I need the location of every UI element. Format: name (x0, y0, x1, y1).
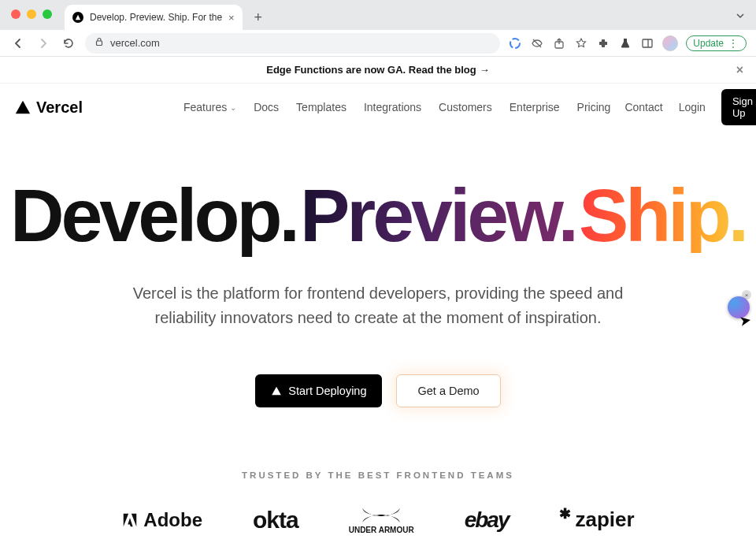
google-icon[interactable] (508, 36, 522, 50)
svg-marker-7 (272, 387, 282, 396)
hero-cta-row: Start Deploying Get a Demo (24, 374, 732, 407)
tab-title: Develop. Preview. Ship. For the (90, 12, 222, 23)
start-deploying-button[interactable]: Start Deploying (255, 374, 382, 407)
trusted-section: TRUSTED BY THE BEST FRONTEND TEAMS Adobe… (24, 470, 732, 554)
logo-text: Vercel (36, 99, 83, 117)
trusted-label: TRUSTED BY THE BEST FRONTEND TEAMS (24, 470, 732, 480)
extensions-icon[interactable] (596, 36, 610, 50)
svg-marker-0 (76, 15, 80, 20)
brand-label: Adobe (143, 509, 202, 531)
url-text: vercel.com (110, 37, 160, 49)
nav-integrations[interactable]: Integrations (364, 101, 421, 113)
nav-login[interactable]: Login (679, 101, 706, 113)
close-window-icon[interactable] (11, 9, 20, 19)
reload-button[interactable] (60, 35, 77, 52)
brand-ebay: ebay (465, 508, 509, 533)
address-bar[interactable]: vercel.com (85, 33, 500, 54)
eye-off-icon[interactable] (530, 36, 544, 50)
announcement-bar[interactable]: Edge Functions are now GA. Read the blog… (0, 57, 756, 84)
site-header: Vercel Features ⌄ Docs Templates Integra… (0, 84, 756, 131)
flask-icon[interactable] (618, 36, 632, 50)
brand-label: zapier (576, 508, 635, 532)
get-demo-button[interactable]: Get a Demo (396, 374, 500, 407)
hero-word-ship: Ship. (579, 178, 746, 253)
header-right: Contact Login Sign Up (624, 89, 756, 125)
panel-icon[interactable] (640, 36, 654, 50)
brand-under-armour: UNDER ARMOUR (349, 505, 414, 534)
brand-adobe: Adobe (121, 509, 202, 531)
favicon-icon (72, 12, 83, 23)
minimize-window-icon[interactable] (27, 9, 36, 19)
nav-contact[interactable]: Contact (624, 101, 662, 113)
forward-button[interactable] (35, 35, 52, 52)
browser-toolbar: vercel.com Update ⋮ (0, 30, 756, 57)
vercel-triangle-icon (14, 99, 32, 116)
brand-label: UNDER ARMOUR (349, 526, 414, 534)
adobe-icon (121, 511, 139, 529)
nav-features[interactable]: Features ⌄ (183, 101, 236, 113)
hero-word-preview: Preview. (300, 178, 576, 253)
announcement-text: Edge Functions are now GA. Read the blog (266, 64, 476, 76)
nav-customers[interactable]: Customers (439, 101, 492, 113)
main-nav: Features ⌄ Docs Templates Integrations C… (183, 101, 610, 113)
browser-tab-strip: Develop. Preview. Ship. For the × + (0, 0, 756, 30)
maximize-window-icon[interactable] (43, 9, 52, 19)
hero-subtitle: Vercel is the platform for frontend deve… (126, 281, 630, 330)
new-tab-button[interactable]: + (247, 6, 269, 28)
chevron-down-icon: ⌄ (230, 103, 236, 112)
nav-docs[interactable]: Docs (254, 101, 279, 113)
nav-enterprise[interactable]: Enterprise (510, 101, 560, 113)
bookmark-star-icon[interactable] (574, 36, 588, 50)
under-armour-icon (359, 505, 403, 526)
cta-primary-label: Start Deploying (288, 385, 366, 397)
asterisk-icon: ✱ (559, 505, 571, 522)
close-icon[interactable]: × (736, 63, 743, 77)
lock-icon (94, 37, 104, 49)
toolbar-right: Update ⋮ (508, 35, 747, 51)
share-icon[interactable] (552, 36, 566, 50)
logo-row-1: Adobe okta UNDER ARMOUR ebay ✱ zapier (24, 505, 732, 534)
close-tab-icon[interactable]: × (228, 13, 235, 23)
cta-secondary-label: Get a Demo (417, 385, 479, 397)
nav-pricing[interactable]: Pricing (577, 101, 611, 113)
back-button[interactable] (9, 35, 27, 52)
svg-point-2 (510, 39, 520, 48)
browser-tab[interactable]: Develop. Preview. Ship. For the × (65, 5, 243, 30)
window-controls (11, 9, 52, 19)
brand-okta: okta (253, 507, 298, 534)
tabs-dropdown-icon[interactable] (736, 9, 745, 24)
update-button[interactable]: Update ⋮ (686, 35, 747, 51)
arrow-right-icon: → (480, 64, 490, 76)
profile-avatar[interactable] (662, 35, 678, 51)
vercel-triangle-icon (271, 385, 282, 396)
hero-word-develop: Develop. (10, 178, 297, 253)
logo[interactable]: Vercel (14, 99, 83, 117)
svg-rect-1 (97, 41, 102, 46)
nav-templates[interactable]: Templates (296, 101, 346, 113)
svg-marker-6 (16, 101, 30, 114)
hero-headline: Develop. Preview. Ship. (24, 178, 732, 253)
svg-rect-4 (643, 39, 652, 47)
nav-label: Features (183, 101, 227, 113)
signup-button[interactable]: Sign Up (721, 89, 756, 125)
brand-zapier: ✱ zapier (559, 508, 635, 532)
hero-section: Develop. Preview. Ship. Vercel is the pl… (0, 131, 756, 554)
update-label: Update (693, 38, 724, 49)
kebab-icon: ⋮ (728, 38, 738, 49)
